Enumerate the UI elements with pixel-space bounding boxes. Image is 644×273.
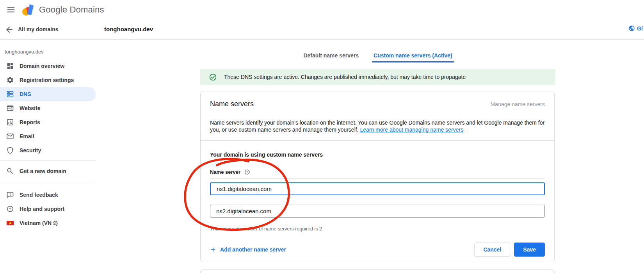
sidebar-item-reports[interactable]: Reports <box>0 115 96 129</box>
sidebar-item-send-feedback[interactable]: Send feedback <box>0 188 96 202</box>
plus-icon <box>210 246 216 253</box>
name-server-field-label: Name server <box>210 169 240 175</box>
tab-custom-name-servers[interactable]: Custom name servers (Active) <box>372 49 454 62</box>
sidebar-item-label: Domain overview <box>20 63 64 69</box>
envelope-icon <box>6 132 14 140</box>
svg-text:?: ? <box>9 207 11 211</box>
website-icon <box>6 104 14 112</box>
sidebar-item-label: Email <box>20 133 34 139</box>
next-card-edge <box>200 269 555 273</box>
sidebar-item-label: Get a new domain <box>20 168 66 174</box>
cancel-button[interactable]: Cancel <box>474 243 510 257</box>
sidebar-divider <box>0 183 96 183</box>
all-my-domains-link[interactable]: All my domains <box>18 26 58 32</box>
google-domains-app: Google Domains All my domains tonghoangv… <box>0 0 644 273</box>
sidebar-item-country[interactable]: Vietnam (VN ₫) <box>0 216 96 230</box>
app-bar: Google Domains <box>0 0 644 20</box>
learn-more-link[interactable]: Learn more about managing name servers <box>360 127 463 133</box>
dns-active-banner: These DNS settings are active. Changes a… <box>200 69 555 85</box>
card-description: Name servers identify your domain's loca… <box>201 114 554 133</box>
save-button[interactable]: Save <box>514 243 545 257</box>
sidebar-item-label: Reports <box>20 119 40 125</box>
field-divider <box>210 178 545 179</box>
sidebar-item-help-and-support[interactable]: ? Help and support <box>0 202 96 216</box>
language-selector[interactable]: Gl <box>628 25 643 32</box>
sidebar-item-dns[interactable]: DNS <box>0 87 96 101</box>
sidebar-domain-label: tonghoangvu.dev <box>0 49 96 55</box>
dns-servers-icon <box>6 90 14 98</box>
sidebar-item-label: Registration settings <box>20 77 74 83</box>
feedback-icon <box>6 191 14 199</box>
sidebar-item-label: Help and support <box>20 206 64 212</box>
sidebar-item-get-a-new-domain[interactable]: Get a new domain <box>0 164 96 178</box>
page-title: tonghoangvu.dev <box>104 26 153 32</box>
help-icon: ? <box>6 205 14 213</box>
shield-icon <box>6 146 14 154</box>
google-domains-logo-icon[interactable] <box>22 3 35 16</box>
sidebar-item-registration-settings[interactable]: Registration settings <box>0 73 96 87</box>
sidebar-item-label: DNS <box>20 91 31 97</box>
sidebar-item-email[interactable]: Email <box>0 129 96 143</box>
sidebar-item-label: Vietnam (VN ₫) <box>20 220 58 226</box>
sidebar-item-label: Send feedback <box>20 192 58 198</box>
check-circle-icon <box>209 73 217 81</box>
name-server-input-1[interactable] <box>210 182 545 195</box>
svg-text:?: ? <box>246 170 248 174</box>
sidebar-item-label: Security <box>20 147 41 153</box>
minimum-servers-hint: The minimum number of name servers requi… <box>201 218 554 232</box>
banner-text: These DNS settings are active. Changes a… <box>224 74 466 80</box>
name-server-tabs: Default name servers Custom name servers… <box>200 49 555 62</box>
field-help-icon[interactable]: ? <box>244 169 250 175</box>
language-selector-label: Gl <box>637 25 643 32</box>
card-title: Name servers <box>210 100 254 108</box>
add-name-server-label: Add another name server <box>220 246 286 253</box>
back-arrow-icon[interactable] <box>5 25 14 34</box>
custom-name-servers-status: Your domain is using custom name servers <box>201 141 554 158</box>
sub-header: All my domains tonghoangvu.dev Gl <box>0 19 644 40</box>
dashboard-icon <box>6 62 14 70</box>
name-server-input-2[interactable] <box>210 205 545 218</box>
globe-icon <box>628 25 635 32</box>
gear-icon <box>6 76 14 84</box>
sidebar-item-security[interactable]: Security <box>0 143 96 157</box>
product-name: Google Domains <box>39 5 104 15</box>
manage-name-servers-link[interactable]: Manage name servers <box>491 101 545 107</box>
sidebar-item-website[interactable]: Website <box>0 101 96 115</box>
search-icon <box>6 167 14 175</box>
sidebar-item-domain-overview[interactable]: Domain overview <box>0 59 96 73</box>
sidebar-item-label: Website <box>20 105 40 111</box>
name-servers-card: Name servers Manage name servers Name se… <box>200 91 555 262</box>
sidebar: tonghoangvu.dev Domain overview Registra… <box>0 39 96 230</box>
sidebar-divider <box>0 161 96 161</box>
add-name-server-button[interactable]: Add another name server <box>210 246 286 253</box>
bar-chart-icon <box>6 118 14 126</box>
tab-default-name-servers[interactable]: Default name servers <box>302 49 360 62</box>
vietnam-flag-icon <box>6 219 14 227</box>
menu-icon[interactable] <box>6 5 16 14</box>
